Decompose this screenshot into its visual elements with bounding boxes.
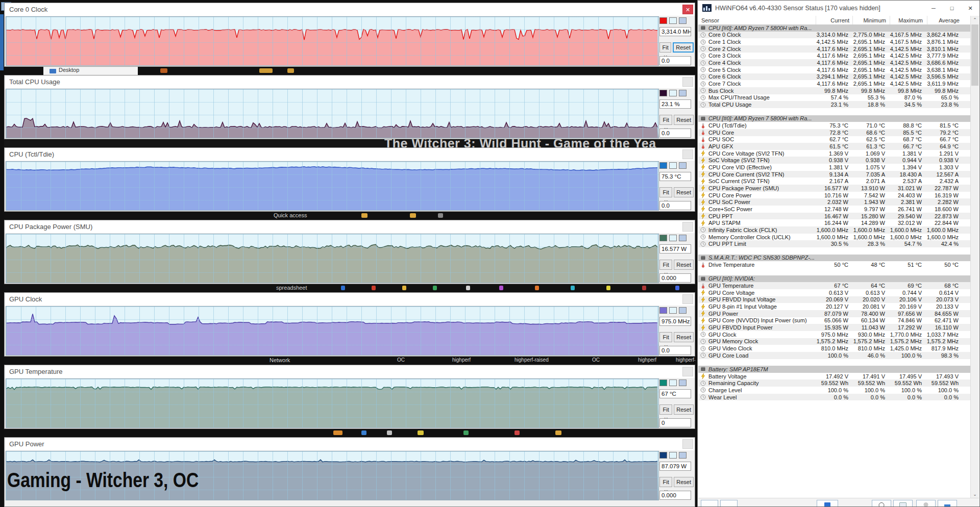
sensor-row[interactable]: GPU Core Load100.0 %46.0 %100.0 %98.3 % [698,352,971,359]
sensor-row[interactable]: GPU Memory Clock1,575.2 MHz1,575.2 MHz1,… [698,338,971,345]
grid-color-swatch[interactable] [679,90,687,96]
current-value-box[interactable]: 67 °C [659,389,691,398]
spreadsheet-label[interactable]: spreadsheet [276,285,307,291]
sensor-row[interactable]: CPU Core Power10.716 W7.542 W24.403 W16.… [698,192,971,199]
sensor-row[interactable]: CPU (Tctl/Tdie)75.3 °C71.0 °C88.8 °C81.5… [698,122,971,129]
explorer-desktop-item[interactable]: Desktop [43,67,138,75]
close-icon[interactable] [682,222,693,232]
current-value-box[interactable]: 16.577 W [659,244,691,253]
sensor-row[interactable]: Bus Clock99.8 MHz99.8 MHz99.8 MHz99.8 MH… [698,87,971,94]
file-label[interactable]: highperf [452,357,471,363]
fit-y-button[interactable]: Fit y [659,42,671,53]
minimize-button[interactable]: ─ [924,1,943,16]
reset-button[interactable]: Reset [674,187,694,197]
graph-titlebar[interactable]: CPU (Tctl/Tdie) [5,148,695,161]
fit-y-button[interactable]: Fit y [659,477,672,487]
min-value-box[interactable]: 0.0 [659,346,691,355]
sensor-row[interactable]: Wear Level0.0 %0.0 %0.0 %0.0 % [698,394,971,401]
grid-color-swatch[interactable] [679,17,687,24]
graph-titlebar[interactable]: GPU Temperature [5,365,695,378]
sensor-section-row[interactable]: GPU [#0]: NVIDIA: [698,275,971,283]
min-value-box[interactable]: 0 [659,418,691,427]
fit-y-button[interactable]: Fit y [659,260,672,270]
hwinfo-titlebar[interactable]: HWiNFO64 v6.40-4330 Sensor Status [170 v… [698,1,979,16]
close-icon[interactable] [682,367,693,376]
sensor-row[interactable]: CPU Package Power (SMU)16.577 W13.910 W3… [698,185,971,192]
sensor-row[interactable]: Core 3 Clock4,117.6 MHz2,695.1 MHz4,142.… [698,53,971,60]
sensor-row[interactable]: CPU Core Current (SVI2 TFN)9.134 A7.035 … [698,171,971,178]
close-button[interactable]: ✕ [961,1,979,16]
sensor-row[interactable]: GPU 8-pin #1 Input Voltage20.127 V20.081… [698,303,971,310]
column-current[interactable]: Current [816,17,852,23]
reset-button[interactable]: Reset [674,404,694,415]
sensor-section-row[interactable]: CPU [#0]: AMD Ryzen 7 5800H with Ra... [698,115,971,122]
scroll-down-icon[interactable]: ⌄ [971,490,979,498]
toolbar-report-button[interactable] [938,500,957,506]
background-color-swatch[interactable] [669,452,677,459]
series-color-swatch[interactable] [659,90,667,96]
sensor-row[interactable]: SoC Current (SVI2 TFN)2.167 A2.071 A2.53… [698,178,971,185]
grid-color-swatch[interactable] [679,379,687,386]
background-color-swatch[interactable] [669,162,677,169]
series-color-swatch[interactable] [659,162,667,169]
background-color-swatch[interactable] [669,90,677,96]
fit-y-button[interactable]: Fit y [659,332,672,342]
sensor-row[interactable]: Charge Level100.0 %100.0 %100.0 %100.0 % [698,387,971,394]
reset-button[interactable]: Reset [674,260,694,270]
quick-access-label[interactable]: Quick access [274,212,307,218]
grid-color-swatch[interactable] [679,162,687,169]
sensor-row[interactable]: Battery Voltage17.492 V17.491 V17.495 V1… [698,373,971,380]
series-color-swatch[interactable] [659,307,667,314]
background-color-swatch[interactable] [669,307,677,314]
sensor-row[interactable]: Core 5 Clock4,117.6 MHz2,695.1 MHz4,142.… [698,66,971,73]
file-label[interactable]: highperf-raised [676,357,695,363]
sensor-row[interactable]: CPU PPT Limit30.5 %28.3 %54.7 %42.4 % [698,240,971,247]
background-color-swatch[interactable] [669,235,677,241]
min-value-box[interactable]: 0.0 [659,56,691,65]
min-value-box[interactable]: 0.000 [659,491,691,500]
column-average[interactable]: Average [926,17,963,23]
min-value-box[interactable]: 0.0 [659,129,691,138]
current-value-box[interactable]: 87.079 W [659,462,691,471]
toolbar-button[interactable] [701,500,718,506]
min-value-box[interactable]: 0.0 [659,201,691,210]
sensor-row[interactable]: Core 2 Clock4,117.6 MHz2,695.1 MHz4,142.… [698,45,971,53]
sensor-row[interactable]: Core 1 Clock4,142.5 MHz2,695.1 MHz4,167.… [698,38,971,45]
sensor-row[interactable]: APU GFX61.5 °C61.3 °C66.7 °C64.9 °C [698,143,971,150]
sensor-row[interactable]: Core+SoC Power12.748 W9.797 W26.741 W18.… [698,206,971,213]
current-value-box[interactable]: 3,314.0 MHz [659,27,691,36]
graph-titlebar[interactable]: Core 0 Clock✕ [5,3,695,16]
sensor-row[interactable]: Memory Controller Clock (UCLK)1,600.0 MH… [698,234,971,241]
file-label[interactable]: highperf-raised [514,357,549,363]
sensor-row[interactable]: GPU FBVDD Input Voltage20.069 V20.020 V2… [698,296,971,303]
sensor-row[interactable]: CPU SoC Power2.032 W1.943 W2.381 W2.282 … [698,198,971,206]
close-icon[interactable] [682,294,693,304]
vertical-scrollbar[interactable]: ⌃ ⌄ [970,16,979,498]
file-label[interactable]: OC [592,357,600,363]
sensor-row[interactable]: GPU FBVDD Input Power15.935 W11.043 W17.… [698,324,971,331]
min-value-box[interactable]: 0.000 [659,273,691,283]
reset-button[interactable]: Reset [674,332,694,342]
sensor-row[interactable]: SoC Voltage (SVI2 TFN)0.938 V0.938 V0.94… [698,157,971,164]
background-color-swatch[interactable] [669,17,677,24]
sensor-row[interactable]: CPU Core VID (Effective)1.381 V1.075 V1.… [698,164,971,171]
close-icon[interactable] [682,149,693,159]
grid-color-swatch[interactable] [679,235,687,241]
sensor-row[interactable]: GPU Core (NVVDD) Input Power (sum)65.066… [698,317,971,324]
current-value-box[interactable]: 75.3 °C [659,172,691,181]
sensor-row[interactable]: CPU SOC62.7 °C62.5 °C68.7 °C66.7 °C [698,136,971,143]
series-color-swatch[interactable] [659,17,667,24]
reset-button[interactable]: Reset [674,477,694,487]
sensor-row[interactable]: GPU Temperature67 °C64 °C69 °C68 °C [698,282,971,289]
series-color-swatch[interactable] [659,235,667,241]
column-sensor[interactable]: Sensor [698,17,816,23]
sensor-table-header[interactable]: Sensor Current Minimum Maximum Average [698,16,971,25]
sensor-row[interactable]: Drive Temperature50 °C48 °C51 °C50 °C [698,261,971,268]
sensor-row[interactable]: GPU Clock975.0 MHz930.0 MHz1,770.0 MHz1,… [698,331,971,338]
network-label[interactable]: Network [270,357,290,363]
fit-y-button[interactable]: Fit y [659,115,672,125]
sensor-row[interactable]: CPU PPT16.467 W15.280 W29.540 W22.873 W [698,213,971,220]
toolbar-button[interactable] [720,500,738,506]
series-color-swatch[interactable] [659,452,667,459]
graph-titlebar[interactable]: Total CPU Usage [5,75,695,88]
